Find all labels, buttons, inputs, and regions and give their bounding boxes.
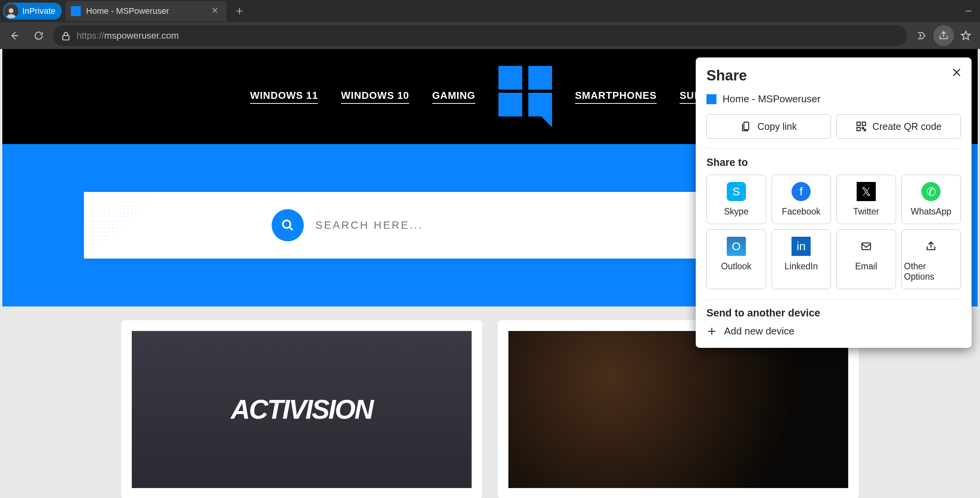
svg-rect-6: [857, 128, 860, 131]
article-thumbnail: [508, 331, 848, 488]
new-tab-button[interactable]: [232, 3, 247, 19]
add-device-button[interactable]: Add new device: [706, 325, 961, 337]
profile-avatar-icon: [4, 4, 18, 18]
share-panel: Share Home - MSPoweruser Copy link Creat…: [696, 57, 972, 348]
svg-rect-7: [862, 243, 871, 250]
twitter-icon: 𝕏: [857, 182, 876, 201]
share-facebook-button[interactable]: f Facebook: [772, 175, 831, 224]
tab-title: Home - MSPoweruser: [86, 6, 169, 16]
share-linkedin-button[interactable]: in LinkedIn: [772, 229, 831, 289]
search-button[interactable]: [272, 209, 304, 241]
copy-link-button[interactable]: Copy link: [706, 114, 831, 139]
svg-rect-1: [63, 36, 69, 40]
browser-titlebar: InPrivate Home - MSPoweruser: [0, 0, 980, 22]
share-page-info: Home - MSPoweruser: [706, 93, 961, 105]
svg-point-0: [9, 8, 14, 13]
email-icon: [857, 237, 876, 256]
share-twitter-button[interactable]: 𝕏 Twitter: [836, 175, 896, 224]
nav-windows-10[interactable]: WINDOWS 10: [341, 90, 409, 104]
article-card[interactable]: ACTIVISION: [121, 320, 482, 498]
decorative-dots-icon: [84, 192, 161, 259]
window-controls: [957, 2, 980, 21]
facebook-icon: f: [792, 182, 811, 201]
close-tab-button[interactable]: [209, 4, 221, 18]
inprivate-badge[interactable]: InPrivate: [3, 3, 62, 20]
nav-windows-11[interactable]: WINDOWS 11: [250, 90, 318, 104]
lock-icon: [61, 31, 70, 40]
inprivate-label: InPrivate: [22, 6, 56, 16]
share-to-label: Share to: [706, 157, 961, 169]
minimize-button[interactable]: [957, 2, 980, 21]
favorite-button[interactable]: [955, 25, 976, 46]
skype-icon: S: [727, 182, 746, 201]
share-page-title: Home - MSPoweruser: [723, 93, 821, 105]
send-device-label: Send to another device: [706, 307, 961, 319]
svg-rect-4: [857, 122, 860, 126]
share-skype-button[interactable]: S Skype: [706, 175, 766, 224]
favicon-icon: [71, 6, 81, 16]
nav-smartphones[interactable]: SMARTPHONES: [575, 90, 657, 104]
close-share-button[interactable]: [950, 66, 963, 79]
create-qr-button[interactable]: Create QR code: [836, 114, 961, 139]
svg-point-2: [283, 220, 290, 228]
share-icon: [921, 237, 941, 256]
svg-rect-5: [862, 122, 866, 126]
article-thumbnail: ACTIVISION: [132, 331, 472, 488]
favicon-icon: [706, 94, 716, 104]
linkedin-icon: in: [792, 237, 811, 256]
browser-tab[interactable]: Home - MSPoweruser: [66, 1, 226, 21]
svg-rect-3: [744, 122, 749, 130]
share-other-button[interactable]: Other Options: [901, 229, 961, 289]
back-button[interactable]: [4, 25, 25, 46]
address-bar[interactable]: https://mspoweruser.com: [53, 25, 907, 46]
read-aloud-button[interactable]: [911, 25, 932, 46]
url-text: https://mspoweruser.com: [77, 30, 179, 41]
reload-button[interactable]: [28, 25, 49, 46]
share-button[interactable]: [933, 25, 954, 46]
site-logo-icon[interactable]: [498, 66, 552, 127]
outlook-icon: O: [727, 237, 746, 256]
share-outlook-button[interactable]: O Outlook: [706, 229, 766, 289]
nav-gaming[interactable]: GAMING: [432, 90, 475, 104]
share-whatsapp-button[interactable]: ✆ WhatsApp: [901, 175, 961, 224]
share-email-button[interactable]: Email: [836, 229, 896, 289]
browser-toolbar: https://mspoweruser.com: [0, 22, 980, 49]
share-title: Share: [706, 67, 961, 84]
whatsapp-icon: ✆: [921, 182, 941, 201]
